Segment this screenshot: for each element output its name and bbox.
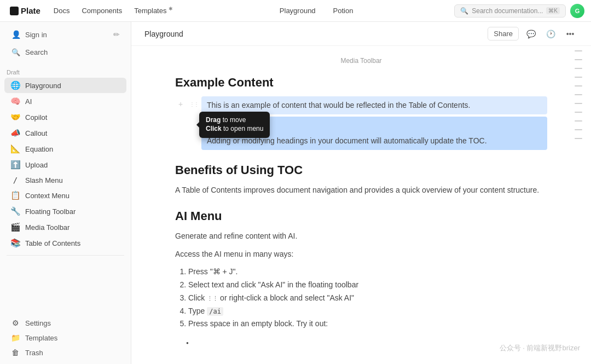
- more-button[interactable]: •••: [563, 26, 578, 42]
- block-drag-handle[interactable]: [188, 97, 199, 111]
- history-button[interactable]: 🕐: [543, 26, 558, 42]
- copilot-icon: 🤝: [10, 112, 21, 122]
- scroll-line: [575, 94, 582, 95]
- edit-icon: ✏: [113, 30, 120, 39]
- doc-content: Media Toolbar Example Content + This is …: [131, 46, 591, 364]
- search-box[interactable]: 🔍 Search documentation... ⌘K: [454, 4, 566, 18]
- comment-button[interactable]: 💬: [523, 26, 538, 42]
- scroll-line: [575, 129, 582, 130]
- sidebar: 👤 Sign in ✏ 🔍 Search Draft 🌐 Playground …: [0, 22, 131, 364]
- list-item: Press space in an empty block. Try it ou…: [188, 317, 547, 331]
- slash-icon: /: [10, 176, 21, 184]
- logo[interactable]: Plate: [7, 6, 44, 15]
- nav-potion[interactable]: Potion: [329, 4, 358, 17]
- ai-icon: 🧠: [10, 96, 21, 106]
- scroll-line: [575, 112, 582, 113]
- nav-templates[interactable]: Templates ✱: [129, 4, 178, 17]
- floating-toolbar-icon: 🔧: [10, 206, 21, 216]
- upload-icon: ⬆️: [10, 160, 21, 170]
- slash-label: Slash Menu: [25, 176, 63, 184]
- ai-menu-desc1: Generate and refine content with AI.: [175, 230, 547, 242]
- copilot-label: Copilot: [25, 113, 47, 122]
- settings-label: Settings: [25, 319, 51, 327]
- equation-label: Equation: [25, 145, 53, 153]
- settings-icon: ⚙: [10, 319, 21, 327]
- sidebar-bottom: ⚙ Settings 📁 Templates 🗑 Trash: [0, 311, 131, 364]
- list-item: Press "⌘ + J".: [188, 265, 547, 279]
- sidebar-item-callout[interactable]: 📣 Callout: [4, 125, 126, 141]
- media-toolbar-section-label: Media Toolbar: [175, 57, 547, 65]
- example-content-heading: Example Content: [175, 76, 547, 90]
- equation-icon: 📐: [10, 144, 21, 154]
- avatar[interactable]: G: [570, 4, 584, 18]
- click-bold: Click: [206, 125, 222, 132]
- benefits-heading: Benefits of Using TOC: [175, 163, 547, 177]
- sidebar-item-settings[interactable]: ⚙ Settings: [4, 316, 126, 330]
- toc-icon: 📚: [10, 238, 21, 248]
- drag-bold: Drag: [206, 116, 221, 124]
- ai-menu-list: Press "⌘ + J". Select text and click "As…: [175, 265, 547, 331]
- scroll-line: [575, 59, 582, 60]
- nav-playground[interactable]: Playground: [275, 4, 320, 17]
- nav-docs[interactable]: Docs: [48, 4, 76, 17]
- sidebar-item-copilot[interactable]: 🤝 Copilot: [4, 109, 126, 125]
- main-layout: 👤 Sign in ✏ 🔍 Search Draft 🌐 Playground …: [0, 22, 591, 364]
- search-icon: 🔍: [11, 47, 21, 57]
- context-menu-icon: 📋: [10, 190, 21, 200]
- sidebar-item-floating-toolbar[interactable]: 🔧 Floating Toolbar: [4, 204, 126, 219]
- templates-icon: 📁: [10, 333, 21, 342]
- share-button[interactable]: Share: [488, 27, 519, 41]
- scroll-line: [575, 138, 582, 139]
- floating-toolbar-label: Floating Toolbar: [25, 207, 76, 216]
- callout-label: Callout: [25, 129, 47, 137]
- search-kbd: ⌘K: [546, 7, 560, 14]
- scroll-line: [575, 85, 582, 86]
- nav-components[interactable]: Components: [76, 4, 128, 17]
- callout-icon: 📣: [10, 128, 21, 138]
- sidebar-item-context-menu[interactable]: 📋 Context Menu: [4, 188, 126, 203]
- topbar-center: Playground Potion: [183, 4, 450, 17]
- content-actions: Share 💬 🕐 •••: [488, 26, 578, 42]
- sidebar-item-equation[interactable]: 📐 Equation: [4, 141, 126, 157]
- sidebar-item-toc[interactable]: 📚 Table of Contents: [4, 235, 126, 251]
- plate-icon: [10, 7, 19, 15]
- topbar-right: 🔍 Search documentation... ⌘K G: [454, 4, 584, 18]
- media-toolbar-icon: 🎬: [10, 222, 21, 232]
- upload-label: Upload: [25, 161, 48, 169]
- sidebar-item-media-toolbar[interactable]: 🎬 Media Toolbar: [4, 219, 126, 235]
- list-item: Select text and click "Ask AI" in the fl…: [188, 279, 547, 292]
- logo-text: Plate: [21, 6, 40, 15]
- sidebar-item-ai[interactable]: 🧠 AI: [4, 94, 126, 109]
- context-menu-label: Context Menu: [25, 192, 69, 200]
- block-add-button[interactable]: +: [175, 97, 186, 111]
- ai-label: AI: [25, 97, 32, 106]
- sign-in-button[interactable]: 👤 Sign in ✏: [5, 26, 125, 43]
- tooltip-click-text: Click to open menu: [206, 125, 263, 132]
- sidebar-item-templates[interactable]: 📁 Templates: [4, 331, 126, 345]
- sidebar-item-trash[interactable]: 🗑 Trash: [4, 345, 126, 360]
- search-label: Search: [25, 48, 48, 56]
- sidebar-nav: 🌐 Playground 🧠 AI 🤝 Copilot 📣 Callout 📐 …: [0, 78, 131, 251]
- templates-label: Templates: [25, 334, 57, 342]
- sidebar-item-upload[interactable]: ⬆️ Upload: [4, 157, 126, 172]
- bullet-dot: ●: [186, 340, 189, 345]
- draft-label: Draft: [0, 65, 131, 78]
- list-item: Type /ai: [188, 305, 547, 318]
- sidebar-item-playground[interactable]: 🌐 Playground: [4, 78, 126, 93]
- scroll-line: [575, 77, 582, 78]
- scroll-line: [575, 68, 582, 69]
- scroll-line: [575, 103, 582, 104]
- search-placeholder: Search documentation...: [472, 7, 543, 15]
- playground-icon: 🌐: [10, 80, 21, 90]
- topbar-nav: Docs Components Templates ✱: [48, 4, 178, 17]
- content-area: Playground Share 💬 🕐 •••: [131, 22, 591, 364]
- search-icon: 🔍: [460, 7, 468, 15]
- list-item: Click ⋮⋮ or right-click a block and sele…: [188, 292, 547, 305]
- benefits-text: A Table of Contents improves document na…: [175, 184, 547, 196]
- sign-in-label: Sign in: [25, 31, 47, 39]
- tooltip-drag-text: Drag to move: [206, 116, 263, 124]
- content-header: Playground Share 💬 🕐 •••: [131, 22, 591, 46]
- search-button[interactable]: 🔍 Search: [5, 44, 125, 60]
- media-toolbar-label: Media Toolbar: [25, 223, 69, 232]
- sidebar-item-slash-menu[interactable]: / Slash Menu: [4, 173, 126, 187]
